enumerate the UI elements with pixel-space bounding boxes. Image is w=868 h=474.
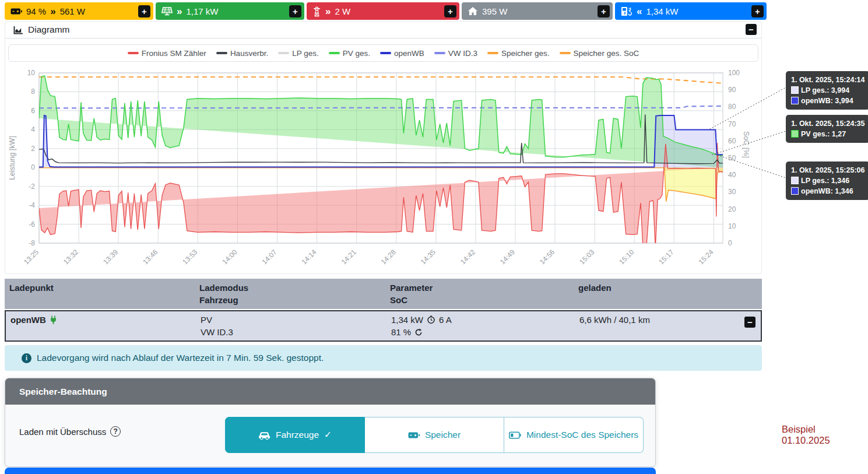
- svg-text:40: 40: [728, 171, 736, 179]
- svg-text:0: 0: [31, 163, 35, 171]
- pv-badge[interactable]: »1,17 kW+: [156, 2, 304, 20]
- svg-text:14:49: 14:49: [498, 248, 516, 266]
- table-cell: 6,6 kWh / 40,1 km: [575, 314, 761, 338]
- tooltip-swatch: [791, 187, 799, 195]
- speicher-beachtung-card: Speicher-Beachtung Laden mit Überschuss …: [5, 378, 656, 467]
- chargepoint-badge[interactable]: «1,34 kW+: [615, 2, 767, 20]
- collapsed-card-header-bar[interactable]: [5, 468, 656, 474]
- legend-swatch: [560, 52, 571, 54]
- legend-label: PV ges.: [343, 49, 370, 58]
- battery-icon: [408, 431, 420, 440]
- chart-tooltip: 1. Okt. 2025, 15:24:35PV ges.: 1,27: [786, 115, 868, 143]
- svg-text:15:10: 15:10: [617, 248, 635, 266]
- svg-text:70: 70: [728, 120, 736, 128]
- svg-text:14:56: 14:56: [538, 248, 556, 266]
- badge-value: 561 W: [60, 6, 85, 16]
- table-row: openWB PVVW ID.31,34 kW6 A81 %6,6 kWh / …: [5, 310, 762, 342]
- svg-text:15:03: 15:03: [578, 248, 596, 266]
- tooltip-swatch: [791, 130, 799, 138]
- battery-soc-badge[interactable]: 94 %»561 W+: [5, 2, 153, 20]
- button-label: Speicher: [425, 429, 461, 441]
- flow-chevron-icon: »: [177, 6, 182, 16]
- chart-icon: [13, 26, 23, 34]
- legend-swatch: [128, 52, 139, 54]
- legend-item[interactable]: LP ges.: [278, 49, 319, 58]
- series-line-Speicher ges. SoC: [39, 77, 723, 83]
- tooltip-row: LP ges.: 3,994: [791, 85, 865, 96]
- svg-text:14:42: 14:42: [459, 248, 477, 266]
- chargepoint-name: openWB: [10, 314, 46, 326]
- svg-text:4: 4: [31, 125, 35, 134]
- battery-icon: [10, 7, 22, 16]
- table-cell: openWB: [6, 314, 196, 338]
- legend-label: Speicher ges. SoC: [574, 49, 639, 58]
- diagram-card-header: Diagramm −: [5, 22, 761, 38]
- svg-text:6: 6: [31, 107, 35, 115]
- house-badge[interactable]: 395 W+: [462, 2, 613, 20]
- legend-label: Speicher ges.: [501, 49, 550, 58]
- series-area-PV ges.: [39, 76, 723, 167]
- help-icon[interactable]: ?: [110, 426, 121, 437]
- status-badge-bar: 94 %»561 W+»1,17 kW+»2 W+395 W+«1,34 kW+: [5, 2, 767, 20]
- svg-text:10: 10: [27, 69, 36, 77]
- table-header-cell: Ladepunkt: [5, 282, 195, 306]
- plug-icon: [50, 315, 57, 325]
- tooltip-title: 1. Okt. 2025, 15:24:14: [791, 75, 865, 85]
- chart-legend: Fronius SM ZählerHausverbr.LP ges.PV ges…: [8, 44, 758, 62]
- legend-item[interactable]: Hausverbr.: [216, 49, 268, 58]
- legend-label: VW ID.3: [448, 49, 477, 58]
- priority-button-speicher[interactable]: Speicher: [365, 417, 504, 453]
- tooltip-title: 1. Okt. 2025, 15:24:35: [791, 118, 865, 129]
- pv-badge-expand-button[interactable]: +: [289, 5, 301, 17]
- svg-text:14:00: 14:00: [220, 248, 238, 266]
- svg-text:13:46: 13:46: [141, 248, 159, 266]
- svg-text:-4: -4: [29, 201, 35, 209]
- info-icon: i: [22, 353, 31, 363]
- badge-value: 1,34 kW: [646, 6, 678, 16]
- ev-icon: [621, 6, 632, 16]
- diagram-card: Diagramm − Fronius SM ZählerHausverbr.LP…: [5, 21, 762, 274]
- legend-label: Fronius SM Zähler: [142, 49, 206, 58]
- svg-text:0: 0: [728, 239, 732, 247]
- legend-item[interactable]: VW ID.3: [434, 49, 477, 58]
- svg-text:100: 100: [728, 69, 740, 77]
- power-chart[interactable]: -8-6-4-20246810010203040506070809010013:…: [7, 63, 761, 274]
- svg-text:10: 10: [728, 222, 736, 230]
- chargepoint-table: Ladepunkt LademodusFahrzeugParameterSoCg…: [5, 279, 762, 342]
- grid-badge-expand-button[interactable]: +: [444, 5, 456, 17]
- solar-icon: [161, 6, 173, 16]
- svg-text:20: 20: [728, 205, 736, 213]
- legend-item[interactable]: Speicher ges.: [487, 49, 550, 58]
- badge-value: 395 W: [482, 6, 507, 16]
- legend-item[interactable]: Speicher ges. SoC: [560, 49, 639, 58]
- flow-chevron-icon: «: [637, 6, 642, 16]
- table-cell: 1,34 kW6 A81 %: [386, 314, 575, 338]
- tooltip-swatch: [791, 177, 799, 184]
- diagram-collapse-button[interactable]: −: [746, 24, 757, 35]
- row-collapse-button[interactable]: −: [744, 317, 755, 328]
- priority-button-fahrzeuge[interactable]: Fahrzeuge✓: [225, 417, 365, 453]
- car-icon: [258, 431, 270, 440]
- openwb-status-page: 94 %»561 W+»1,17 kW+»2 W+395 W+«1,34 kW+…: [0, 0, 868, 474]
- legend-item[interactable]: Fronius SM Zähler: [128, 49, 206, 58]
- tooltip-row: LP ges.: 1,346: [791, 175, 865, 186]
- battery-soc-badge-expand-button[interactable]: +: [138, 5, 150, 17]
- legend-item[interactable]: openWB: [380, 49, 424, 58]
- table-header-cell: LademodusFahrzeug: [195, 282, 385, 306]
- flow-chevron-icon: »: [50, 6, 55, 16]
- priority-button-mindest-soc-des-speichers[interactable]: Mindest-SoC des Speichers: [504, 417, 644, 453]
- chart-tooltip: 1. Okt. 2025, 15:24:14LP ges.: 3,994open…: [786, 71, 868, 110]
- svg-text:-6: -6: [29, 220, 35, 229]
- button-label: Fahrzeuge: [276, 429, 319, 441]
- grid-badge[interactable]: »2 W+: [307, 2, 459, 20]
- svg-text:-8: -8: [29, 239, 35, 247]
- tooltip-row: openWB: 1,346: [791, 186, 865, 196]
- badge-value: 94 %: [26, 6, 46, 16]
- svg-text:13:39: 13:39: [101, 248, 120, 266]
- legend-swatch: [434, 52, 445, 54]
- chargepoint-badge-expand-button[interactable]: +: [751, 5, 764, 17]
- card-body: Laden mit Überschuss ? Fahrzeuge✓Speiche…: [5, 405, 655, 466]
- tooltip-title: 1. Okt. 2025, 15:25:06: [791, 165, 865, 175]
- house-badge-expand-button[interactable]: +: [598, 5, 610, 17]
- legend-item[interactable]: PV ges.: [329, 49, 370, 58]
